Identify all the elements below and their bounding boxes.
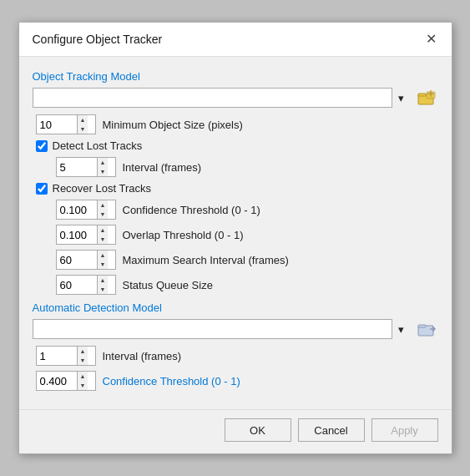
status-queue-row: ▲ ▼ Status Queue Size (56, 275, 438, 295)
confidence-threshold-row: ▲ ▼ Confidence Threshold (0 - 1) (56, 200, 438, 220)
confidence-threshold-arrows: ▲ ▼ (97, 200, 109, 219)
auto-detection-row: ▾ (33, 319, 438, 339)
tracking-model-folder-icon[interactable] (415, 88, 438, 108)
recover-lost-tracks-row: Recover Lost Tracks (36, 182, 438, 195)
confidence-threshold-label: Confidence Threshold (0 - 1) (123, 204, 260, 216)
auto-interval-spinner[interactable]: ▲ ▼ (36, 346, 96, 366)
min-object-size-input[interactable] (37, 115, 77, 134)
title-bar: Configure Object Tracker ✕ (19, 23, 452, 57)
max-search-interval-up-arrow[interactable]: ▲ (98, 251, 109, 260)
auto-confidence-label: Confidence Threshold (0 - 1) (103, 375, 240, 387)
overlap-threshold-spinner[interactable]: ▲ ▼ (56, 225, 116, 245)
max-search-interval-input[interactable] (57, 251, 97, 269)
detect-interval-down-arrow[interactable]: ▼ (98, 167, 109, 176)
auto-interval-input[interactable] (37, 347, 77, 365)
auto-confidence-row: ▲ ▼ Confidence Threshold (0 - 1) (36, 371, 438, 391)
min-object-size-arrows: ▲ ▼ (77, 115, 88, 134)
auto-detection-section: Automatic Detection Model ▾ (33, 301, 438, 339)
confidence-threshold-spinner[interactable]: ▲ ▼ (56, 200, 116, 220)
cancel-button[interactable]: Cancel (298, 418, 365, 442)
overlap-threshold-arrows: ▲ ▼ (97, 225, 109, 244)
auto-interval-down-arrow[interactable]: ▼ (78, 356, 88, 365)
auto-interval-row: ▲ ▼ Interval (frames) (36, 346, 438, 366)
ok-button[interactable]: OK (225, 418, 291, 442)
max-search-interval-arrows: ▲ ▼ (97, 251, 109, 269)
max-search-interval-row: ▲ ▼ Maximum Search Interval (frames) (56, 250, 438, 270)
max-search-interval-label: Maximum Search Interval (frames) (123, 254, 289, 266)
detect-lost-tracks-row: Detect Lost Tracks (36, 139, 438, 152)
tracking-model-dropdown-wrap: ▾ (33, 88, 410, 108)
auto-detection-select[interactable] (33, 319, 410, 339)
auto-detection-label: Automatic Detection Model (33, 301, 438, 314)
detect-interval-label: Interval (frames) (123, 161, 202, 174)
tracking-model-select[interactable] (33, 88, 410, 108)
dialog-title: Configure Object Tracker (33, 33, 163, 46)
close-button[interactable]: ✕ (422, 31, 440, 48)
auto-confidence-down-arrow[interactable]: ▼ (78, 381, 88, 390)
auto-confidence-up-arrow[interactable]: ▲ (78, 372, 88, 381)
min-object-size-up-arrow[interactable]: ▲ (78, 115, 88, 124)
confidence-threshold-down-arrow[interactable]: ▼ (98, 210, 109, 219)
detect-lost-tracks-label: Detect Lost Tracks (53, 139, 143, 152)
auto-confidence-input[interactable] (37, 372, 77, 390)
auto-detection-dropdown-wrap: ▾ (33, 319, 410, 339)
svg-rect-6 (418, 325, 426, 327)
auto-confidence-spinner[interactable]: ▲ ▼ (36, 371, 96, 391)
auto-detection-folder-icon[interactable] (415, 319, 438, 339)
recover-lost-tracks-label: Recover Lost Tracks (53, 182, 152, 195)
overlap-threshold-input[interactable] (57, 225, 97, 244)
tracking-model-section: Object Tracking Model ▾ (33, 70, 438, 108)
auto-interval-arrows: ▲ ▼ (77, 347, 88, 365)
confidence-threshold-up-arrow[interactable]: ▲ (98, 200, 109, 210)
apply-button[interactable]: Apply (371, 418, 438, 442)
auto-confidence-arrows: ▲ ▼ (77, 372, 88, 390)
status-queue-up-arrow[interactable]: ▲ (98, 276, 109, 285)
min-object-size-down-arrow[interactable]: ▼ (78, 124, 88, 134)
configure-object-tracker-dialog: Configure Object Tracker ✕ Object Tracki… (18, 22, 452, 454)
detect-interval-up-arrow[interactable]: ▲ (98, 158, 109, 167)
status-queue-input[interactable] (57, 276, 97, 294)
status-queue-down-arrow[interactable]: ▼ (98, 285, 109, 294)
dialog-footer: OK Cancel Apply (19, 409, 452, 453)
detect-interval-spinner[interactable]: ▲ ▼ (56, 157, 116, 177)
detect-lost-tracks-checkbox[interactable] (36, 140, 48, 152)
auto-interval-label: Interval (frames) (103, 350, 182, 362)
max-search-interval-down-arrow[interactable]: ▼ (98, 260, 109, 269)
overlap-threshold-down-arrow[interactable]: ▼ (98, 235, 109, 244)
detect-interval-row: ▲ ▼ Interval (frames) (56, 157, 438, 177)
overlap-threshold-label: Overlap Threshold (0 - 1) (123, 229, 244, 241)
tracking-model-row: ▾ (33, 88, 438, 108)
svg-rect-1 (418, 94, 426, 96)
min-object-size-label: Minimum Object Size (pixels) (103, 119, 243, 131)
tracking-model-label: Object Tracking Model (33, 70, 438, 83)
overlap-threshold-row: ▲ ▼ Overlap Threshold (0 - 1) (56, 225, 438, 245)
min-object-size-row: ▲ ▼ Minimum Object Size (pixels) (36, 114, 438, 134)
status-queue-label: Status Queue Size (123, 279, 213, 291)
min-object-size-spinner[interactable]: ▲ ▼ (36, 114, 96, 134)
dialog-content: Object Tracking Model ▾ (19, 57, 452, 404)
status-queue-spinner[interactable]: ▲ ▼ (56, 275, 116, 295)
detect-interval-input[interactable] (57, 158, 97, 176)
status-queue-arrows: ▲ ▼ (97, 276, 109, 294)
recover-lost-tracks-checkbox[interactable] (36, 183, 48, 195)
detect-interval-arrows: ▲ ▼ (97, 158, 109, 176)
auto-interval-up-arrow[interactable]: ▲ (78, 347, 88, 356)
overlap-threshold-up-arrow[interactable]: ▲ (98, 225, 109, 235)
confidence-threshold-input[interactable] (57, 200, 97, 219)
max-search-interval-spinner[interactable]: ▲ ▼ (56, 250, 116, 270)
